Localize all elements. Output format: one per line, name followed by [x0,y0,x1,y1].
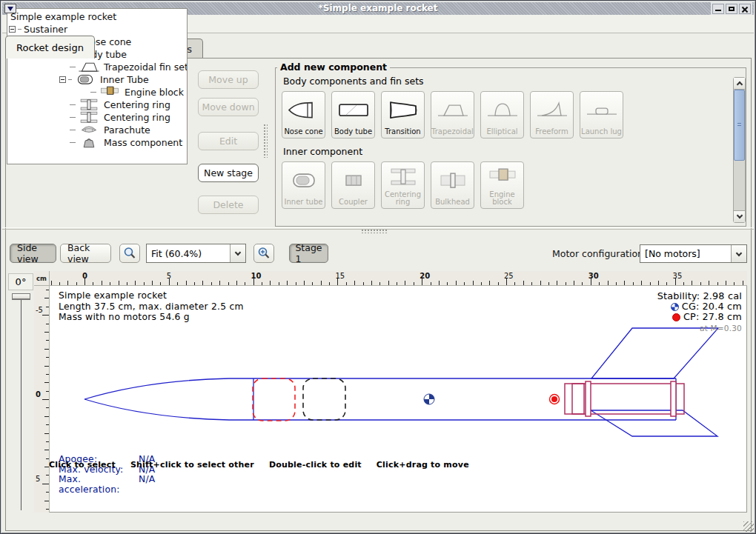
back-view-button[interactable]: Back view [60,244,111,263]
transition-button[interactable]: Transition [381,91,425,138]
inner-tube-icon [74,73,96,87]
ruler-tick [127,282,127,285]
delete-button: Delete [198,196,259,214]
tree-item-sustainer[interactable]: Sustainer [7,23,187,36]
ruler-tick [616,282,617,285]
rotation-angle-display: 0° [8,273,33,290]
ruler-tick [44,450,49,450]
ruler-tick [473,281,474,285]
motor-configuration-label: Motor configuration: [552,248,646,259]
tree-expander-icon[interactable] [9,26,16,33]
rotation-slider-handle[interactable] [12,293,30,300]
scroll-down-icon[interactable] [734,210,745,222]
zoom-select-arrow[interactable] [230,244,245,262]
tree-item-label: Simple example rocket [10,11,116,22]
resize-grip-icon[interactable] [743,521,754,532]
horizontal-splitter-handle[interactable] [361,229,388,233]
rocket-canvas[interactable]: Simple example rocketLength 37.5 cm, max… [50,286,747,513]
motor-configuration-select[interactable]: [No motors] [640,244,747,263]
tree-item-mass-component[interactable]: Mass component [7,136,187,149]
minimize-button[interactable] [712,4,724,14]
ruler-tick [641,281,642,285]
ruler-tick [44,501,49,501]
ruler-tick [219,281,220,285]
component-scrollbar[interactable] [733,77,746,223]
tree-expander-icon[interactable] [59,76,66,83]
ruler-tick [666,282,667,285]
ruler-tick [464,282,465,285]
tree-item-trapezoidal-fin-set[interactable]: Trapezoidal fin set [7,61,187,73]
side-view-button[interactable]: Side view [10,244,56,263]
scrollbar-track[interactable] [734,161,745,210]
ruler-tick [371,281,372,285]
move-down-button: Move down [198,98,259,116]
tree-item-engine-block[interactable]: Engine block [7,86,187,99]
tree-item-label: Centering ring [104,99,170,110]
tree-item-centering-ring[interactable]: Centering ring [7,111,187,124]
tree-item-centering-ring[interactable]: Centering ring [7,99,187,111]
tree-item-label: Parachute [104,124,150,136]
flight-stat-value: N/A [139,475,155,495]
component-tree[interactable]: Simple example rocketSustainerNose coneB… [7,8,188,164]
ruler-tick [700,282,701,285]
window-menu-icon[interactable] [4,4,16,13]
magnifier-icon [122,246,137,261]
ruler-tick [262,282,262,285]
ruler-tick [726,281,726,285]
tree-item-parachute[interactable]: Parachute [7,124,187,136]
nose-cone-button[interactable]: Nose cone [282,91,325,138]
motor-configuration-arrow[interactable] [731,245,746,262]
ruler-tick [46,475,49,475]
ruler-tick [46,357,49,358]
info-line: Length 37.5 cm, max. diameter 2.5 cm [59,301,244,313]
ruler-tick [329,282,330,285]
ruler-tick [397,282,397,285]
ruler-label: 25 [504,272,514,280]
close-button[interactable] [739,4,751,14]
ruler-tick [42,399,49,400]
bulkhead-icon [437,162,469,198]
status-hint: Double-click to edit [269,460,362,470]
ruler-tick [44,366,49,367]
status-hint: Click+drag to move [377,460,469,470]
scroll-up-icon[interactable] [734,78,745,90]
zoom-out-button[interactable] [119,244,140,263]
ruler-label: 5 [167,272,171,280]
ruler-tick [59,282,60,285]
new-stage-button[interactable]: New stage [198,164,259,182]
ruler-tick [692,281,692,285]
zoom-select[interactable]: Fit (60.4%) [146,244,246,263]
tab-rocket-design[interactable]: Rocket design [5,36,95,59]
tree-item-simple-example-rocket[interactable]: Simple example rocket [7,10,187,23]
maximize-button[interactable] [726,4,737,14]
ruler-tick [481,282,482,285]
transition-icon [387,92,420,128]
zoom-select-value: Fit (60.4%) [147,248,230,259]
ruler-tick [489,281,490,285]
rotation-slider-track[interactable] [21,298,21,510]
tree-item-inner-tube[interactable]: Inner Tube [7,73,187,86]
ruler-tick [599,282,600,285]
cp-legend-icon [672,313,680,321]
component-button-label: Nose cone [284,128,322,136]
rocket-info-text: Simple example rocketLength 37.5 cm, max… [59,290,244,323]
component-button-label: Body tube [334,128,372,136]
scrollbar-thumb[interactable] [734,90,745,161]
inner-tube-icon [288,162,320,198]
zoom-in-button[interactable] [253,244,274,263]
ruler-tick [186,281,187,285]
ruler-tick [46,391,49,392]
ruler-tick [152,281,153,285]
ruler-tick [287,281,288,285]
tree-item-label: Trapezoidal fin set [104,61,188,73]
ruler-tick [431,282,431,285]
fin-trapezoidal-icon [437,92,469,128]
ruler-tick [119,281,119,285]
horizontal-ruler: 05101520253035 [50,271,747,286]
body-tube-button[interactable]: Body tube [331,91,375,138]
ruler-tick [46,324,49,324]
ruler-label: 0 [82,272,87,280]
ruler-label: 0 [36,390,41,398]
vertical-splitter-handle[interactable] [263,124,268,158]
stage-1-toggle[interactable]: Stage 1 [289,244,328,263]
